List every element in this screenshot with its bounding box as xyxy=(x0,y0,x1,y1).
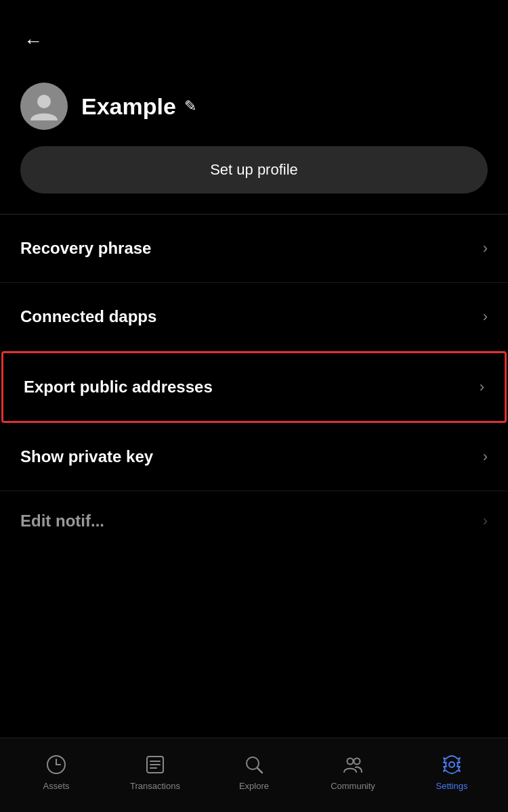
bottom-nav: Assets Transactions Explore xyxy=(0,738,508,812)
nav-item-explore[interactable]: Explore xyxy=(205,752,303,791)
nav-label-settings: Settings xyxy=(436,781,468,791)
menu-item-export-public-addresses[interactable]: Export public addresses › xyxy=(1,351,507,423)
avatar xyxy=(20,83,68,130)
nav-label-assets: Assets xyxy=(43,781,69,791)
setup-profile-button[interactable]: Set up profile xyxy=(20,146,488,194)
svg-point-0 xyxy=(37,95,51,108)
chevron-icon: › xyxy=(483,512,488,530)
nav-label-community: Community xyxy=(331,781,375,791)
chevron-icon: › xyxy=(483,448,488,466)
menu-item-label: Connected dapps xyxy=(20,307,156,326)
edit-icon[interactable]: ✎ xyxy=(184,97,196,115)
screen: ← Example ✎ Set up profile Recovery phra… xyxy=(0,0,508,812)
menu-item-partial[interactable]: Edit notif... › xyxy=(0,491,508,537)
menu-item-show-private-key[interactable]: Show private key › xyxy=(0,423,508,491)
menu-item-label: Export public addresses xyxy=(24,378,213,397)
menu-item-label: Show private key xyxy=(20,447,153,466)
assets-icon xyxy=(44,752,68,777)
nav-label-explore: Explore xyxy=(239,781,269,791)
explore-icon xyxy=(242,752,266,777)
nav-item-transactions[interactable]: Transactions xyxy=(106,752,205,791)
svg-point-8 xyxy=(347,759,354,765)
profile-name-row: Example ✎ xyxy=(81,93,196,120)
menu-list: Recovery phrase › Connected dapps › Expo… xyxy=(0,215,508,738)
menu-item-label: Recovery phrase xyxy=(20,239,151,258)
svg-line-7 xyxy=(257,768,262,773)
chevron-icon: › xyxy=(480,378,484,396)
partial-item-label: Edit notif... xyxy=(20,512,104,531)
chevron-icon: › xyxy=(483,308,488,325)
nav-item-assets[interactable]: Assets xyxy=(7,752,106,791)
menu-item-connected-dapps[interactable]: Connected dapps › xyxy=(0,283,508,351)
header: ← xyxy=(0,0,508,69)
back-button[interactable]: ← xyxy=(20,27,46,55)
menu-item-recovery-phrase[interactable]: Recovery phrase › xyxy=(0,215,508,283)
avatar-icon xyxy=(27,89,61,123)
profile-info: Example ✎ xyxy=(20,83,488,130)
settings-icon xyxy=(440,752,464,777)
profile-name: Example xyxy=(81,93,176,120)
svg-point-9 xyxy=(354,759,360,765)
nav-item-settings[interactable]: Settings xyxy=(402,752,501,791)
chevron-icon: › xyxy=(483,240,488,257)
transactions-icon xyxy=(143,752,167,777)
svg-point-10 xyxy=(449,762,454,767)
community-icon xyxy=(341,752,365,777)
nav-item-community[interactable]: Community xyxy=(303,752,402,791)
profile-section: Example ✎ Set up profile xyxy=(0,69,508,214)
nav-label-transactions: Transactions xyxy=(130,781,180,791)
